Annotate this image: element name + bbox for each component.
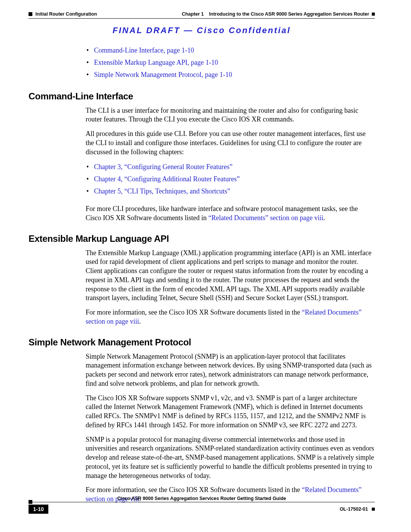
paragraph: SNMP is a popular protocol for managing … xyxy=(86,435,375,481)
header-chapter-prefix: Chapter 1 xyxy=(182,11,204,17)
section-body-cli: The CLI is a user interface for monitori… xyxy=(86,106,375,223)
section-body-xml: The Extensible Markup Language (XML) app… xyxy=(86,249,375,326)
square-icon xyxy=(372,508,375,511)
paragraph: The Cisco IOS XR Software supports SNMP … xyxy=(86,394,375,430)
doc-number-block: OL-17502-01 xyxy=(340,506,375,512)
paragraph: For more CLI procedures, like hardware i… xyxy=(86,204,375,223)
text-run: For more information, see the Cisco IOS … xyxy=(86,486,302,494)
top-link-block: Command-Line Interface, page 1-10 Extens… xyxy=(86,45,375,80)
header-rule xyxy=(29,18,375,19)
footer-bottom: 1-10 OL-17502-01 xyxy=(29,505,375,514)
list-item: Extensible Markup Language API, page 1-1… xyxy=(86,58,375,68)
page-footer: Cisco ASR 9000 Series Aggregation Servic… xyxy=(29,496,375,514)
header-chapter-title: Introducing to the Cisco ASR 9000 Series… xyxy=(209,11,369,17)
paragraph: The Extensible Markup Language (XML) app… xyxy=(86,249,375,303)
paragraph: Simple Network Management Protocol (SNMP… xyxy=(86,352,375,388)
link-list: Command-Line Interface, page 1-10 Extens… xyxy=(86,45,375,80)
xref-link[interactable]: Chapter 4, “Configuring Additional Route… xyxy=(94,175,240,183)
paragraph: The CLI is a user interface for monitori… xyxy=(86,106,375,125)
page: Initial Router Configuration Chapter 1 I… xyxy=(0,0,411,532)
paragraph: All procedures in this guide use CLI. Be… xyxy=(86,129,375,157)
header-section-label: Initial Router Configuration xyxy=(35,11,97,17)
section-heading-xml: Extensible Markup Language API xyxy=(29,233,375,244)
xref-link[interactable]: Chapter 3, “Configuring General Router F… xyxy=(94,163,233,171)
text-run: For more information, see the Cisco IOS … xyxy=(86,308,302,316)
section-heading-cli: Command-Line Interface xyxy=(29,91,375,102)
square-icon xyxy=(29,12,32,16)
text-run: . xyxy=(139,318,141,325)
link-list: Chapter 3, “Configuring General Router F… xyxy=(86,162,375,197)
square-icon xyxy=(29,500,32,504)
xref-link[interactable]: “Related Documents” section on page viii xyxy=(208,214,323,222)
list-item: Simple Network Management Protocol, page… xyxy=(86,70,375,80)
doc-number: OL-17502-01 xyxy=(340,506,368,512)
section-heading-snmp: Simple Network Management Protocol xyxy=(29,337,375,348)
list-item: Chapter 4, “Configuring Additional Route… xyxy=(86,174,375,185)
page-number: 1-10 xyxy=(29,505,48,514)
draft-banner: FINAL DRAFT — Cisco Confidential xyxy=(29,26,375,35)
list-item: Chapter 5, “CLI Tips, Techniques, and Sh… xyxy=(86,186,375,197)
header-left: Initial Router Configuration xyxy=(29,11,97,17)
xref-link[interactable]: Command-Line Interface, page 1-10 xyxy=(94,46,194,54)
paragraph: For more information, see the Cisco IOS … xyxy=(86,308,375,326)
footer-doc-title: Cisco ASR 9000 Series Aggregation Servic… xyxy=(117,496,286,501)
list-item: Command-Line Interface, page 1-10 xyxy=(86,45,375,56)
header-right: Chapter 1 Introducing to the Cisco ASR 9… xyxy=(182,11,375,17)
square-icon xyxy=(372,13,375,16)
xref-link[interactable]: Chapter 5, “CLI Tips, Techniques, and Sh… xyxy=(94,187,230,195)
text-run: . xyxy=(323,214,325,222)
footer-title-row: Cisco ASR 9000 Series Aggregation Servic… xyxy=(29,496,375,502)
list-item: Chapter 3, “Configuring General Router F… xyxy=(86,162,375,173)
xref-link[interactable]: Extensible Markup Language API, page 1-1… xyxy=(94,59,218,66)
page-header: Initial Router Configuration Chapter 1 I… xyxy=(29,11,375,18)
xref-link[interactable]: Simple Network Management Protocol, page… xyxy=(94,71,232,78)
section-body-snmp: Simple Network Management Protocol (SNMP… xyxy=(86,352,375,504)
